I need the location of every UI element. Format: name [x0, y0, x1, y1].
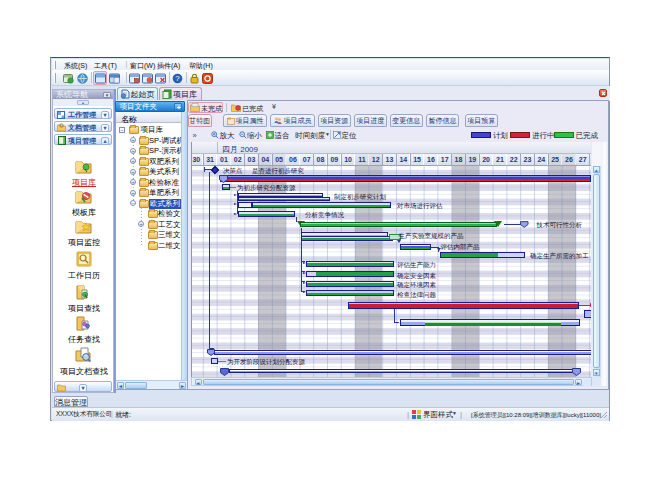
svg-text:?: ?	[175, 74, 180, 83]
